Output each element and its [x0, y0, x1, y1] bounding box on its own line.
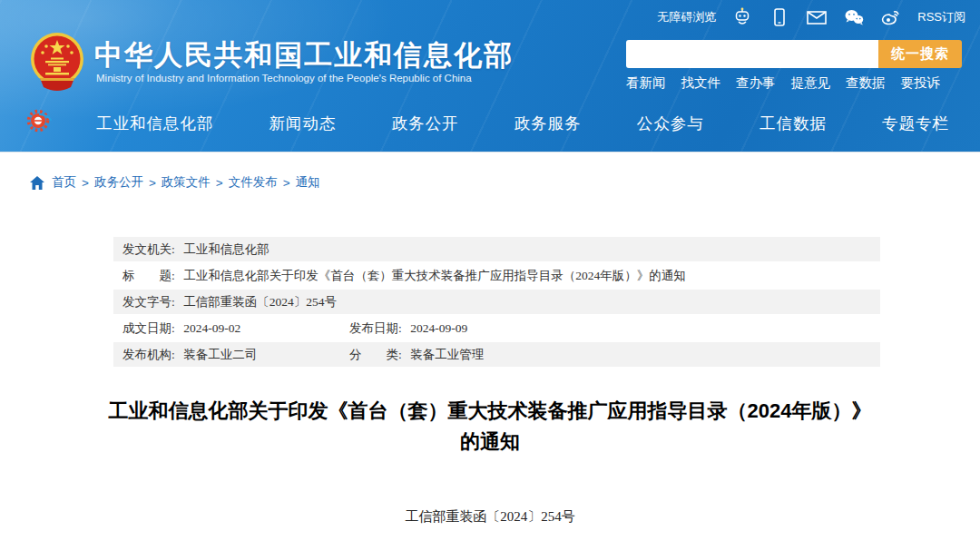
breadcrumb-separator: >	[149, 176, 156, 190]
quick-link-complaints[interactable]: 要投诉	[901, 74, 941, 92]
meta-value: 2024-09-09	[410, 321, 467, 335]
nav-item-gov-services[interactable]: 政务服务	[509, 113, 587, 134]
breadcrumb-policy-files[interactable]: 政策文件	[162, 174, 211, 191]
breadcrumb-gov-disclosure[interactable]: 政务公开	[94, 174, 143, 191]
meta-row-issuing-agency: 发文机关: 工业和信息化部	[113, 237, 880, 261]
document-title: 工业和信息化部关于印发《首台（套）重大技术装备推广应用指导目录（2024年版）》…	[0, 396, 980, 457]
main-nav: 工业和信息化部 新闻动态 政务公开 政务服务 公众参与 工信数据 专题专栏	[91, 95, 955, 152]
meta-value: 工业和信息化部关于印发《首台（套）重大技术装备推广应用指导目录（2024年版）》…	[183, 269, 686, 282]
quick-link-data[interactable]: 查数据	[846, 74, 886, 92]
quick-link-files[interactable]: 找文件	[681, 74, 721, 92]
search-button[interactable]: 统一搜索	[878, 40, 962, 68]
meta-cell: 发布机构: 装备工业二司	[113, 342, 340, 367]
quick-link-news[interactable]: 看新闻	[626, 74, 666, 92]
breadcrumb: 首页 > 政务公开 > 政策文件 > 文件发布 > 通知	[30, 174, 320, 191]
meta-row-publisher-category: 发布机构: 装备工业二司 分 类: 装备工业管理	[113, 342, 880, 367]
nav-item-special-topics[interactable]: 专题专栏	[877, 113, 955, 134]
document-title-line2: 的通知	[0, 427, 980, 457]
meta-cell: 发布日期: 2024-09-09	[340, 316, 467, 340]
meta-label: 发布日期:	[349, 321, 402, 335]
meta-value: 工业和信息化部	[183, 242, 270, 256]
wechat-icon[interactable]	[843, 6, 865, 28]
meta-row-title: 标 题: 工业和信息化部关于印发《首台（套）重大技术装备推广应用指导目录（202…	[113, 263, 880, 288]
meta-cell: 发文机关: 工业和信息化部	[113, 237, 270, 261]
meta-row-doc-number: 发文字号: 工信部重装函〔2024〕254号	[113, 290, 880, 314]
search-input[interactable]	[626, 40, 878, 68]
document-meta-table: 发文机关: 工业和信息化部 标 题: 工业和信息化部关于印发《首台（套）重大技术…	[113, 237, 880, 369]
meta-label: 发文机关:	[122, 242, 175, 256]
nav-item-miit[interactable]: 工业和信息化部	[91, 113, 220, 134]
nav-item-miit-data[interactable]: 工信数据	[754, 113, 832, 134]
quick-link-services[interactable]: 查办事	[736, 74, 776, 92]
meta-label: 成文日期:	[122, 321, 175, 335]
breadcrumb-separator: >	[283, 176, 290, 190]
ministry-title: 中华人民共和国工业和信息化部	[94, 36, 514, 74]
quick-link-suggestions[interactable]: 提意见	[791, 74, 831, 92]
topbar: 无障碍浏览	[657, 6, 965, 28]
breadcrumb-separator: >	[216, 176, 223, 190]
meta-label: 标 题:	[122, 269, 175, 282]
breadcrumb-notice[interactable]: 通知	[296, 174, 320, 191]
mail-icon[interactable]	[806, 6, 828, 28]
breadcrumb-home[interactable]: 首页	[52, 174, 76, 191]
meta-label: 发布机构:	[122, 348, 175, 361]
meta-cell: 发文字号: 工信部重装函〔2024〕254号	[113, 290, 337, 314]
miit-page: 无障碍浏览	[0, 0, 980, 541]
quick-links: 看新闻 找文件 查办事 提意见 查数据 要投诉	[626, 74, 940, 92]
meta-value: 装备工业二司	[183, 348, 257, 361]
nav-item-news[interactable]: 新闻动态	[264, 113, 342, 134]
national-emblem-logo	[27, 31, 87, 94]
meta-cell: 分 类: 装备工业管理	[340, 342, 484, 367]
document-title-line1: 工业和信息化部关于印发《首台（套）重大技术装备推广应用指导目录（2024年版）》	[0, 396, 980, 427]
breadcrumb-file-release[interactable]: 文件发布	[229, 174, 278, 191]
meta-cell: 标 题: 工业和信息化部关于印发《首台（套）重大技术装备推广应用指导目录（202…	[113, 263, 686, 288]
breadcrumb-separator: >	[82, 176, 89, 190]
banner: 无障碍浏览	[0, 0, 980, 152]
nav-item-gov-disclosure[interactable]: 政务公开	[387, 113, 465, 134]
home-icon[interactable]	[30, 176, 44, 190]
meta-value: 2024-09-02	[183, 321, 240, 335]
meta-label: 分 类:	[349, 348, 402, 361]
meta-label: 发文字号:	[122, 295, 175, 309]
ministry-subtitle: Ministry of Industry and Information Tec…	[96, 73, 472, 84]
meta-cell: 成文日期: 2024-09-02	[113, 316, 340, 340]
meta-row-dates: 成文日期: 2024-09-02 发布日期: 2024-09-09	[113, 316, 880, 340]
robot-assistant-icon[interactable]	[731, 6, 753, 28]
rss-link[interactable]: RSS订阅	[917, 9, 965, 25]
nav-item-public-participation[interactable]: 公众参与	[632, 113, 710, 134]
weibo-icon[interactable]	[880, 6, 902, 28]
meta-value: 装备工业管理	[410, 348, 484, 361]
meta-value: 工信部重装函〔2024〕254号	[183, 295, 337, 309]
search-bar: 统一搜索	[626, 40, 962, 68]
mobile-icon[interactable]	[769, 6, 790, 28]
document-number: 工信部重装函〔2024〕254号	[0, 508, 980, 526]
gov-e-logo-icon	[25, 107, 53, 134]
accessibility-link[interactable]: 无障碍浏览	[657, 9, 716, 25]
